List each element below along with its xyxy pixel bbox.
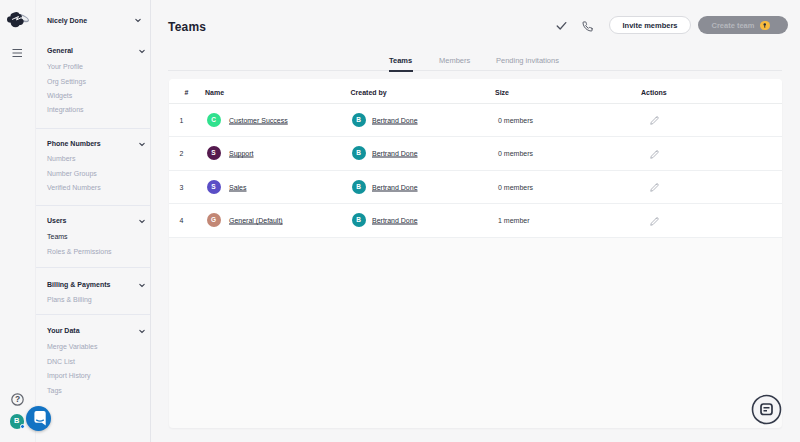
svg-text:?: ? [15,394,20,404]
